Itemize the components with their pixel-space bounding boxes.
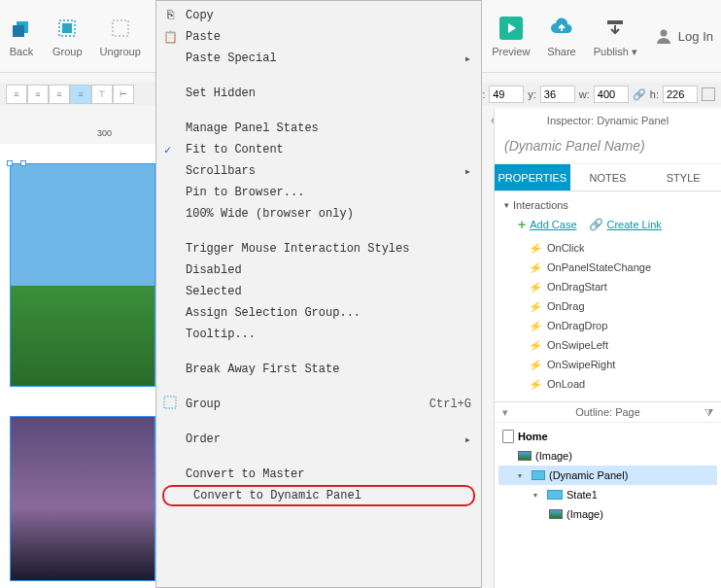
menu-group-shortcut: Ctrl+G — [429, 398, 471, 411]
tab-notes[interactable]: NOTES — [570, 164, 646, 190]
hidden-checkbox[interactable] — [702, 87, 715, 101]
lightning-icon: ⚡ — [528, 379, 543, 390]
event-onclick[interactable]: ⚡OnClick — [530, 238, 711, 258]
tree-dynamic-panel-label: (Dynamic Panel) — [549, 469, 628, 481]
menu-group[interactable]: GroupCtrl+G — [156, 394, 481, 415]
expand-icon[interactable]: ▾ — [533, 491, 543, 500]
menu-assign-selection-group[interactable]: Assign Selection Group... — [156, 302, 481, 324]
svg-rect-4 — [113, 20, 128, 36]
menu-separator — [156, 69, 481, 83]
menu-break-away-label: Break Away First State — [186, 363, 339, 376]
menu-set-hidden[interactable]: Set Hidden — [156, 83, 481, 104]
case-actions-row: + Add Case 🔗 Create Link — [504, 211, 711, 234]
event-onswiperight-label: OnSwipeRight — [547, 359, 615, 370]
menu-convert-master[interactable]: Convert to Master — [156, 464, 481, 485]
chevron-down-icon[interactable]: ▾ — [502, 406, 508, 419]
tree-state1[interactable]: ▾ State1 — [498, 485, 717, 504]
tab-style[interactable]: STYLE — [645, 164, 721, 190]
dynamic-panel-icon — [532, 470, 545, 480]
align-center-button[interactable]: ≡ — [27, 85, 49, 104]
menu-100-wide[interactable]: 100% Wide (browser only) — [156, 203, 481, 225]
x-input[interactable] — [489, 86, 524, 103]
menu-tooltip[interactable]: Tooltip... — [156, 324, 481, 345]
back-button[interactable]: Back — [8, 15, 35, 57]
link-icon[interactable]: 🔗 — [633, 88, 646, 101]
svg-rect-9 — [164, 397, 176, 408]
menu-manage-panel-states[interactable]: Manage Panel States — [156, 118, 481, 139]
y-input[interactable] — [540, 86, 575, 103]
image-icon — [518, 451, 532, 461]
group-button[interactable]: Group — [52, 15, 83, 57]
event-onswiperight[interactable]: ⚡OnSwipeRight — [530, 355, 711, 374]
menu-selected[interactable]: Selected — [156, 281, 481, 302]
canvas-image-1[interactable] — [10, 163, 155, 387]
play-icon — [498, 15, 525, 42]
create-link-link[interactable]: Create Link — [607, 219, 662, 230]
menu-trigger-mouse-label: Trigger Mouse Interaction Styles — [186, 242, 409, 256]
tree-dynamic-panel[interactable]: ▾ (Dynamic Panel) — [498, 466, 717, 485]
context-menu: ⎘Copy 📋Paste Paste Special▸ Set Hidden M… — [155, 0, 482, 588]
canvas-image-2[interactable] — [10, 416, 155, 581]
tree-home[interactable]: Home — [498, 427, 717, 446]
interactions-header[interactable]: ▾Interactions — [504, 199, 711, 211]
tree-image-1[interactable]: (Image) — [498, 446, 717, 466]
publish-label: Publish ▾ — [594, 46, 637, 58]
event-onpanelstatechange-label: OnPanelStateChange — [547, 261, 651, 273]
align-justify-button[interactable]: ≡ — [70, 85, 91, 104]
event-onswipeleft[interactable]: ⚡OnSwipeLeft — [530, 335, 711, 355]
menu-paste[interactable]: 📋Paste — [156, 26, 481, 48]
event-onpanelstatechange[interactable]: ⚡OnPanelStateChange — [530, 258, 711, 277]
align-right-button[interactable]: ≡ — [49, 85, 70, 104]
event-ondragstart[interactable]: ⚡OnDragStart — [530, 277, 711, 296]
event-ondragdrop[interactable]: ⚡OnDragDrop — [530, 316, 711, 335]
menu-pin-to-browser[interactable]: Pin to Browser... — [156, 182, 481, 203]
menu-disabled[interactable]: Disabled — [156, 259, 481, 281]
menu-convert-dynamic-panel[interactable]: Convert to Dynamic Panel — [162, 485, 475, 506]
canvas[interactable] — [0, 144, 155, 588]
tab-properties[interactable]: PROPERTIES — [495, 164, 570, 190]
publish-button[interactable]: Publish ▾ — [594, 15, 637, 58]
expand-icon[interactable]: ▾ — [518, 471, 528, 480]
inspector-name-field[interactable]: (Dynamic Panel Name) — [495, 132, 721, 164]
tree-image-1-label: (Image) — [535, 450, 572, 462]
align-left-button[interactable]: ≡ — [6, 85, 27, 104]
menu-pin-to-browser-label: Pin to Browser... — [186, 186, 304, 199]
menu-copy-label: Copy — [186, 9, 214, 22]
tree-image-2[interactable]: (Image) — [498, 504, 717, 524]
ungroup-button[interactable]: Ungroup — [100, 15, 141, 57]
menu-order[interactable]: Order▸ — [156, 429, 481, 450]
copy-icon: ⎘ — [162, 9, 178, 22]
resize-handle[interactable] — [7, 160, 13, 166]
lightning-icon: ⚡ — [528, 360, 543, 370]
menu-trigger-mouse[interactable]: Trigger Mouse Interaction Styles — [156, 238, 481, 259]
align-top-button[interactable]: ⊤ — [91, 85, 113, 104]
filter-icon[interactable]: ⧩ — [704, 406, 713, 419]
login-button[interactable]: Log In — [655, 27, 713, 45]
menu-tooltip-label: Tooltip... — [186, 328, 256, 341]
menu-copy[interactable]: ⎘Copy — [156, 5, 481, 26]
h-input[interactable] — [663, 86, 698, 103]
share-button[interactable]: Share — [547, 15, 575, 57]
w-input[interactable] — [594, 86, 629, 103]
event-ondragstart-label: OnDragStart — [547, 281, 607, 293]
outline-title: Outline: Page — [575, 406, 640, 418]
resize-handle[interactable] — [20, 160, 26, 166]
menu-fit-to-content[interactable]: ✓Fit to Content — [156, 139, 481, 160]
link-icon: 🔗 — [589, 218, 603, 231]
back-label: Back — [10, 46, 33, 57]
align-middle-button[interactable]: ⊢ — [113, 85, 134, 104]
menu-scrollbars[interactable]: Scrollbars▸ — [156, 160, 481, 182]
event-onload[interactable]: ⚡OnLoad — [530, 374, 711, 394]
event-ondrag[interactable]: ⚡OnDrag — [530, 296, 711, 316]
group-icon — [53, 15, 81, 42]
tree-state1-label: State1 — [566, 489, 598, 501]
interactions-label: Interactions — [513, 199, 568, 211]
add-case-link[interactable]: Add Case — [530, 219, 576, 230]
menu-separator — [156, 225, 481, 238]
menu-break-away[interactable]: Break Away First State — [156, 359, 481, 380]
menu-paste-special[interactable]: Paste Special▸ — [156, 48, 481, 69]
preview-button[interactable]: Preview — [492, 15, 530, 57]
menu-assign-selection-group-label: Assign Selection Group... — [186, 306, 360, 320]
ruler: 300 — [0, 126, 155, 144]
menu-order-label: Order — [186, 432, 221, 446]
